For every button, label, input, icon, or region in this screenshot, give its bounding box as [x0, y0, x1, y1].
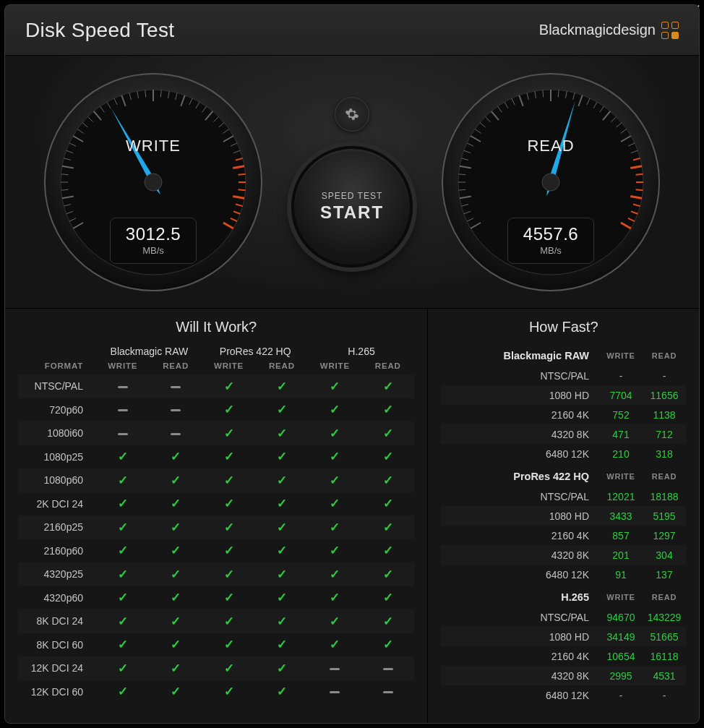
check-icon: ✓ — [309, 590, 361, 605]
hf-write-value: 3433 — [599, 510, 643, 522]
hf-format: NTSC/PAL — [441, 612, 599, 623]
app-window: Disk Speed Test Blackmagicdesign — [4, 4, 700, 724]
hf-read-value: 11656 — [643, 390, 686, 401]
check-icon: ✓ — [361, 520, 414, 535]
dash-icon — [96, 403, 149, 416]
wiw-format-header: FORMAT — [18, 361, 96, 370]
gear-icon — [345, 107, 359, 121]
header: Disk Speed Test Blackmagicdesign — [5, 5, 699, 56]
wiw-row: 1080i60✓✓✓✓ — [18, 421, 414, 445]
start-button[interactable]: SPEED TEST START — [291, 146, 413, 267]
hf-read-value: 18188 — [643, 491, 686, 502]
dash-icon — [96, 380, 149, 393]
hf-format: 1080 HD — [441, 631, 599, 643]
read-value: 4557.6 — [523, 226, 578, 243]
hf-group-header: H.265 WRITE READ — [441, 587, 686, 607]
check-icon: ✓ — [361, 379, 414, 394]
hf-write-value: 34149 — [599, 631, 643, 643]
wiw-format: 2K DCI 24 — [18, 498, 96, 510]
write-unit: MB/s — [142, 245, 164, 256]
how-fast-title: How Fast? — [441, 319, 686, 335]
check-icon: ✓ — [309, 402, 361, 417]
wiw-row: 4320p25✓✓✓✓✓✓ — [18, 562, 414, 586]
wiw-row: 2160p25✓✓✓✓✓✓ — [18, 515, 414, 539]
check-icon: ✓ — [202, 426, 255, 441]
hf-sub-read: READ — [643, 351, 686, 360]
check-icon: ✓ — [361, 402, 414, 417]
wiw-row: 1080p60✓✓✓✓✓✓ — [18, 468, 414, 492]
wiw-row: 4320p60✓✓✓✓✓✓ — [18, 586, 414, 610]
hf-write-value: 2995 — [599, 670, 643, 682]
wiw-format: 12K DCI 24 — [18, 662, 96, 674]
check-icon: ✓ — [309, 520, 361, 535]
hf-read-value: 318 — [643, 448, 686, 460]
read-gauge: READ 4557.6 MB/s — [439, 70, 663, 294]
hf-read-value: 304 — [643, 549, 686, 561]
hf-write-value: 7704 — [599, 390, 643, 401]
wiw-format: 4320p60 — [18, 592, 96, 604]
svg-line-45 — [239, 189, 246, 190]
hf-body: Blackmagic RAW WRITE READNTSC/PAL - -108… — [441, 346, 686, 705]
hf-read-value: 1297 — [643, 530, 686, 541]
center-controls: SPEED TEST START — [291, 97, 413, 267]
start-button-big: START — [320, 202, 384, 223]
hf-read-value: 143229 — [643, 612, 686, 623]
check-icon: ✓ — [96, 473, 149, 488]
wiw-group-2: H.265 — [309, 346, 415, 360]
wiw-format: 1080p25 — [18, 451, 96, 463]
hf-write-value: 201 — [599, 549, 643, 561]
wiw-sub-header: FORMAT WRITE READ WRITE READ WRITE READ — [18, 361, 414, 374]
hf-write-value: 752 — [599, 409, 643, 421]
check-icon: ✓ — [361, 496, 414, 511]
hf-format: 4320 8K — [441, 549, 599, 561]
check-icon: ✓ — [96, 637, 149, 652]
hf-write-value: 857 — [599, 530, 643, 541]
wiw-row: 12K DCI 60✓✓✓✓ — [18, 680, 414, 704]
check-icon: ✓ — [149, 567, 202, 582]
hf-row: 2160 4K 857 1297 — [441, 526, 686, 545]
check-icon: ✓ — [309, 449, 361, 464]
check-icon: ✓ — [361, 590, 414, 605]
check-icon: ✓ — [96, 449, 149, 464]
check-icon: ✓ — [96, 543, 149, 558]
wiw-format: 2160p25 — [18, 521, 96, 533]
hf-group-header: ProRes 422 HQ WRITE READ — [441, 466, 686, 487]
hf-write-value: 210 — [599, 448, 643, 460]
dash-icon — [309, 661, 361, 675]
hf-format: 6480 12K — [441, 569, 599, 581]
check-icon: ✓ — [149, 496, 202, 511]
hf-read-value: 137 — [643, 569, 686, 581]
hf-read-value: - — [643, 370, 686, 382]
svg-line-96 — [636, 174, 643, 174]
check-icon: ✓ — [202, 402, 255, 417]
how-fast-panel: How Fast? Blackmagic RAW WRITE READNTSC/… — [428, 309, 699, 723]
settings-button[interactable] — [335, 97, 369, 132]
check-icon: ✓ — [361, 473, 414, 488]
hf-row: 6480 12K 91 137 — [441, 565, 686, 584]
hf-format: 2160 4K — [441, 651, 599, 662]
check-icon: ✓ — [149, 520, 202, 535]
wiw-row: 8K DCI 60✓✓✓✓✓✓ — [18, 633, 414, 657]
hf-read-value: 1138 — [643, 409, 686, 421]
hf-read-value: 4531 — [643, 670, 686, 682]
check-icon: ✓ — [96, 496, 149, 511]
dash-icon — [149, 427, 202, 440]
svg-line-43 — [239, 174, 246, 174]
hf-format: 2160 4K — [441, 530, 599, 541]
write-gauge: WRITE 3012.5 MB/s — [41, 70, 265, 294]
hf-row: 2160 4K 10654 16118 — [441, 646, 686, 666]
check-icon: ✓ — [149, 684, 202, 699]
hf-group-name: Blackmagic RAW — [441, 350, 599, 361]
dash-icon — [361, 685, 414, 698]
wiw-group-header: Blackmagic RAW ProRes 422 HQ H.265 — [18, 346, 414, 360]
check-icon: ✓ — [309, 637, 361, 652]
svg-line-98 — [636, 189, 643, 190]
check-icon: ✓ — [255, 496, 308, 511]
hf-group-name: H.265 — [441, 591, 599, 603]
hf-format: 2160 4K — [441, 409, 599, 421]
check-icon: ✓ — [361, 449, 414, 464]
check-icon: ✓ — [361, 614, 414, 629]
check-icon: ✓ — [361, 637, 414, 652]
wiw-row: 2160p60✓✓✓✓✓✓ — [18, 539, 414, 563]
wiw-format: NTSC/PAL — [18, 380, 96, 392]
